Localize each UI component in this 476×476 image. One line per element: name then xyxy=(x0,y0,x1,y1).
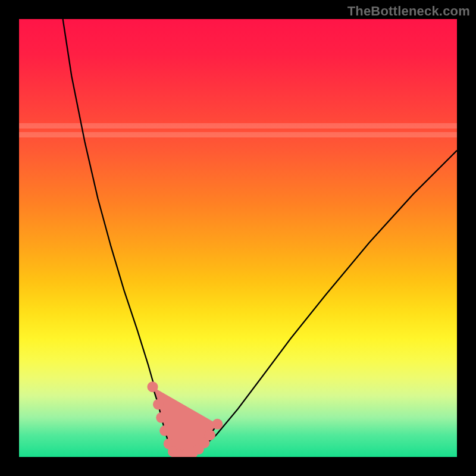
svg-point-2 xyxy=(156,412,167,423)
watermark-text: TheBottleneck.com xyxy=(347,4,470,19)
svg-point-11 xyxy=(205,430,215,440)
svg-point-0 xyxy=(148,381,158,392)
chart-frame: TheBottleneck.com xyxy=(0,0,476,476)
bottleneck-curve xyxy=(19,19,457,457)
svg-point-3 xyxy=(159,425,170,436)
plot-area xyxy=(19,19,457,457)
svg-point-12 xyxy=(212,419,223,430)
svg-point-1 xyxy=(153,399,164,410)
data-markers xyxy=(148,381,223,457)
